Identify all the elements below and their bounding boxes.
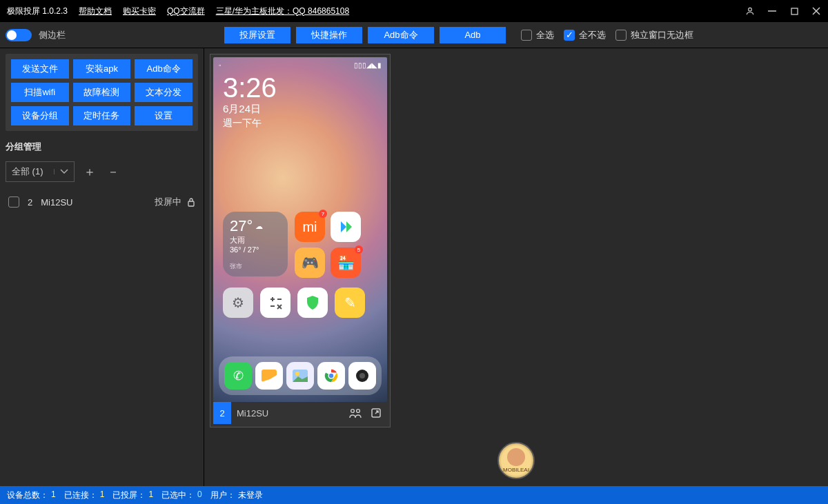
btn-cast-settings[interactable]: 投屏设置 (224, 27, 290, 43)
link-qq[interactable]: QQ交流群 (167, 6, 205, 17)
dock-chrome-icon (317, 362, 345, 390)
check-borderless[interactable]: 独立窗口无边框 (615, 29, 693, 41)
app-title: 极限投屏 1.0.2.3 (7, 6, 68, 17)
phone-dock: ✆ (219, 356, 382, 395)
app-security-icon (297, 288, 328, 318)
maximize-icon[interactable] (789, 6, 799, 16)
action-grid: 发送文件 安装apk Adb命令 扫描wifi 故障检测 文本分发 设备分组 定… (6, 54, 198, 131)
device-name: Mi12SU (41, 197, 72, 208)
app-game-icon: 🎮 (295, 248, 325, 278)
top-buttons: 投屏设置 快捷操作 Adb命令 Adb (224, 27, 506, 43)
svg-rect-2 (791, 8, 798, 14)
svg-point-17 (295, 372, 299, 376)
sidebar-toggle-label: 侧边栏 (39, 29, 66, 41)
btn-text-dist[interactable]: 文本分发 (135, 83, 193, 102)
status-user: 未登录 (238, 490, 263, 501)
svg-point-23 (359, 373, 365, 379)
group-select[interactable]: 全部 (1) (6, 161, 75, 182)
app-settings-icon: ⚙ (223, 288, 253, 318)
svg-point-24 (351, 410, 355, 413)
card-device-name: Mi12SU (237, 408, 268, 419)
status-selected: 0 (197, 490, 202, 501)
group-mgmt-title: 分组管理 (6, 141, 198, 153)
card-footer: 2 Mi12SU (213, 402, 387, 424)
btn-send-file[interactable]: 发送文件 (11, 59, 69, 79)
device-checkbox[interactable] (8, 196, 19, 208)
status-bar: 设备总数：1 已连接：1 已投屏：1 已选中：0 用户：未登录 (0, 486, 828, 504)
close-icon[interactable] (811, 6, 821, 16)
phone-statusbar: ◦▯▯▯◢◣▮ (213, 59, 387, 71)
btn-adb[interactable]: Adb (440, 27, 506, 43)
add-group-icon[interactable]: ＋ (81, 163, 98, 180)
btn-quick[interactable]: 快捷操作 (296, 27, 362, 43)
app-notes-icon: ✎ (335, 288, 365, 318)
popout-icon[interactable] (369, 406, 383, 420)
check-all[interactable]: 全选 (521, 29, 554, 41)
top-toolbar: 侧边栏 投屏设置 快捷操作 Adb命令 Adb 全选 ✓全不选 独立窗口无边框 (0, 22, 828, 48)
btn-settings[interactable]: 设置 (135, 106, 193, 125)
main-area: ◦▯▯▯◢◣▮ 3:26 6月24日 週一下午 27°☁ 大雨 36° / 27… (204, 48, 828, 486)
group-icon[interactable] (348, 406, 362, 420)
svg-point-0 (749, 8, 752, 11)
app-store-icon: 🏪5 (331, 248, 361, 278)
watermark-logo: MOBILEAI (497, 442, 535, 479)
btn-diagnose[interactable]: 故障检测 (73, 83, 131, 102)
card-index: 2 (213, 402, 231, 424)
phone-screen[interactable]: ◦▯▯▯◢◣▮ 3:26 6月24日 週一下午 27°☁ 大雨 36° / 27… (213, 57, 387, 402)
dock-files-icon (255, 362, 283, 390)
link-promo[interactable]: 三星/华为主板批发：QQ 846865108 (216, 6, 349, 17)
svg-rect-5 (188, 201, 194, 206)
btn-adbcmd2[interactable]: Adb命令 (135, 59, 193, 79)
svg-point-21 (328, 373, 334, 379)
window-controls (745, 6, 821, 16)
status-casting: 1 (148, 490, 153, 501)
title-links: 极限投屏 1.0.2.3 帮助文档 购买卡密 QQ交流群 三星/华为主板批发：Q… (7, 6, 349, 17)
remove-group-icon[interactable]: － (105, 163, 121, 180)
selection-checks: 全选 ✓全不选 独立窗口无边框 (521, 29, 693, 41)
dock-phone-icon: ✆ (224, 362, 252, 390)
svg-marker-7 (346, 221, 352, 232)
user-icon[interactable] (745, 6, 755, 16)
dock-gallery-icon (286, 362, 314, 390)
dock-camera-icon (348, 362, 376, 390)
chevron-down-icon (54, 169, 68, 174)
phone-clock: 3:26 6月24日 週一下午 (223, 74, 277, 130)
app-mi-icon: mi7 (295, 212, 325, 242)
status-connected: 1 (100, 490, 105, 501)
btn-cron[interactable]: 定时任务 (73, 106, 131, 125)
btn-install-apk[interactable]: 安装apk (73, 59, 131, 79)
device-row[interactable]: 2 Mi12SU 投屏中 (6, 192, 198, 212)
link-help[interactable]: 帮助文档 (79, 6, 112, 17)
minimize-icon[interactable] (767, 6, 777, 16)
group-controls: 全部 (1) ＋ － (6, 161, 198, 182)
svg-point-25 (357, 410, 360, 413)
check-none[interactable]: ✓全不选 (564, 29, 606, 41)
weather-widget: 27°☁ 大雨 36° / 27° 张市 (223, 212, 288, 276)
app-video-icon (331, 212, 361, 242)
app-calc-icon (260, 288, 290, 318)
svg-marker-6 (341, 221, 346, 232)
device-index: 2 (28, 197, 32, 208)
sidebar: 发送文件 安装apk Adb命令 扫描wifi 故障检测 文本分发 设备分组 定… (0, 48, 204, 486)
lock-icon (187, 197, 195, 207)
titlebar: 极限投屏 1.0.2.3 帮助文档 购买卡密 QQ交流群 三星/华为主板批发：Q… (0, 0, 828, 22)
btn-group[interactable]: 设备分组 (11, 106, 69, 125)
btn-scan-wifi[interactable]: 扫描wifi (11, 83, 69, 102)
status-total: 1 (51, 490, 56, 501)
device-status: 投屏中 (155, 196, 181, 208)
btn-adbcmd[interactable]: Adb命令 (368, 27, 434, 43)
link-buy[interactable]: 购买卡密 (123, 6, 156, 17)
sidebar-toggle[interactable] (6, 29, 32, 41)
phone-card[interactable]: ◦▯▯▯◢◣▮ 3:26 6月24日 週一下午 27°☁ 大雨 36° / 27… (210, 54, 391, 427)
